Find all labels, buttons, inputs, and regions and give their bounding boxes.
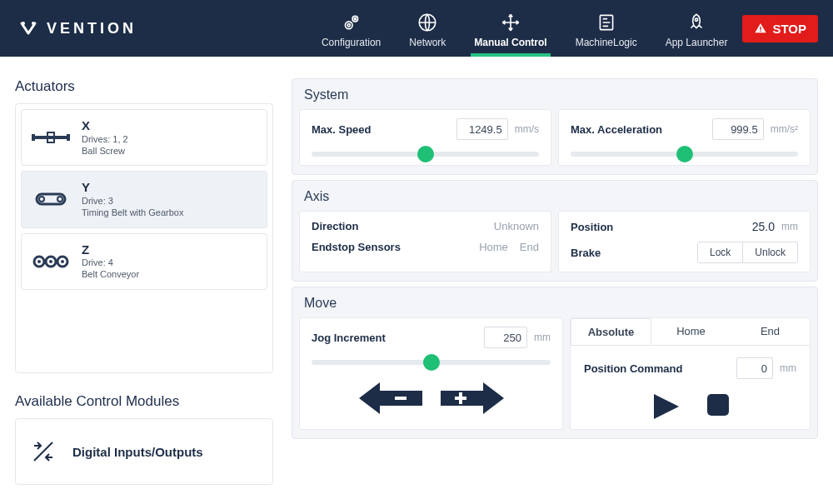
axis-left-block: Direction Unknown Endstop Sensors Home E… (299, 211, 551, 272)
svg-rect-15 (37, 194, 65, 204)
stop-move-button[interactable] (706, 392, 731, 417)
nav-configuration[interactable]: Configuration (322, 0, 381, 57)
jog-slider[interactable] (312, 360, 551, 365)
nav-machinelogic[interactable]: MachineLogic (576, 0, 637, 57)
actuators-list: X Drives: 1, 2 Ball Screw Y Drive: 3 Tim… (15, 103, 273, 373)
tab-home[interactable]: Home (651, 318, 731, 345)
svg-point-17 (57, 197, 62, 202)
svg-point-22 (49, 260, 52, 263)
max-speed-block: Max. Speed mm/s (299, 109, 551, 166)
move-axes-icon (500, 12, 521, 33)
slider-thumb[interactable] (676, 146, 693, 162)
svg-rect-14 (67, 134, 70, 141)
max-accel-block: Max. Acceleration mm/s² (558, 109, 811, 166)
svg-rect-28 (707, 394, 729, 416)
slider-thumb[interactable] (417, 146, 434, 162)
actuator-item-y[interactable]: Y Drive: 3 Timing Belt with Gearbox (21, 171, 267, 227)
position-value: 25.0 (752, 220, 775, 233)
svg-rect-10 (761, 31, 761, 32)
svg-rect-13 (32, 134, 35, 141)
actuator-item-x[interactable]: X Drives: 1, 2 Ball Screw (21, 109, 267, 166)
module-digital-io[interactable]: Digital Inputs/Outputs (15, 418, 273, 485)
slider-thumb[interactable] (423, 354, 440, 371)
svg-point-3 (347, 24, 350, 27)
max-accel-input[interactable] (712, 118, 764, 140)
jog-minus-button[interactable] (358, 380, 423, 417)
actuator-item-z[interactable]: Z Drive: 4 Belt Conveyor (21, 233, 267, 290)
actuators-heading: Actuators (15, 78, 273, 95)
axis-panel: Axis Direction Unknown Endstop Sensors H… (292, 180, 818, 282)
logic-panel-icon (596, 12, 617, 33)
axis-right-block: Position 25.0 mm Brake Lock Unlock (558, 211, 811, 272)
brand-mark-icon (18, 18, 38, 38)
brand-text: VENTION (47, 20, 137, 37)
svg-rect-11 (33, 136, 68, 139)
position-command-block: Absolute Home End Position Command mm (570, 317, 811, 430)
warning-icon (754, 22, 767, 35)
svg-point-23 (61, 260, 64, 263)
brand-logo: VENTION (18, 18, 137, 38)
run-button[interactable] (651, 392, 682, 421)
system-panel: System Max. Speed mm/s (292, 78, 818, 175)
svg-point-5 (354, 18, 356, 20)
direction-value: Unknown (494, 220, 539, 232)
app-header: VENTION Configuration Network Manual Con… (0, 0, 833, 57)
svg-point-0 (22, 22, 25, 25)
svg-point-2 (345, 22, 352, 29)
svg-rect-27 (459, 392, 462, 404)
system-title: System (292, 79, 817, 109)
axis-title: Axis (292, 181, 817, 211)
jog-plus-button[interactable] (440, 380, 505, 417)
tab-end[interactable]: End (731, 318, 810, 345)
svg-rect-25 (395, 397, 407, 400)
position-command-input[interactable] (736, 357, 773, 379)
nav-manual-control[interactable]: Manual Control (474, 0, 546, 57)
max-speed-input[interactable] (456, 118, 508, 140)
endstop-end: End (520, 241, 539, 253)
svg-point-8 (695, 18, 697, 21)
brake-toggle: Lock Unlock (697, 242, 798, 263)
brake-lock-button[interactable]: Lock (698, 242, 742, 262)
rocket-icon (686, 12, 707, 33)
conveyor-icon (32, 247, 70, 276)
gear-icon (341, 12, 362, 33)
svg-point-21 (37, 260, 41, 263)
max-speed-slider[interactable] (312, 152, 539, 157)
move-panel: Move Jog Increment mm (292, 287, 818, 439)
nav-app-launcher[interactable]: App Launcher (666, 0, 728, 57)
dio-icon (29, 437, 57, 466)
svg-rect-9 (761, 27, 761, 30)
move-title: Move (292, 287, 817, 317)
move-mode-tabs: Absolute Home End (571, 318, 810, 346)
svg-point-4 (352, 16, 358, 22)
max-accel-slider[interactable] (571, 152, 798, 157)
endstop-home: Home (479, 241, 508, 253)
modules-heading: Available Control Modules (15, 393, 273, 410)
svg-point-1 (32, 22, 35, 25)
globe-icon (416, 12, 438, 33)
brake-unlock-button[interactable]: Unlock (742, 242, 797, 262)
main-nav: Configuration Network Manual Control Mac… (322, 0, 728, 57)
timing-belt-icon (32, 185, 70, 213)
nav-network[interactable]: Network (409, 0, 446, 57)
svg-point-16 (39, 197, 44, 202)
jog-increment-input[interactable] (484, 327, 527, 348)
emergency-stop-button[interactable]: STOP (742, 15, 818, 42)
ballscrew-icon (32, 123, 70, 152)
jog-block: Jog Increment mm (299, 317, 563, 430)
tab-absolute[interactable]: Absolute (571, 318, 651, 345)
